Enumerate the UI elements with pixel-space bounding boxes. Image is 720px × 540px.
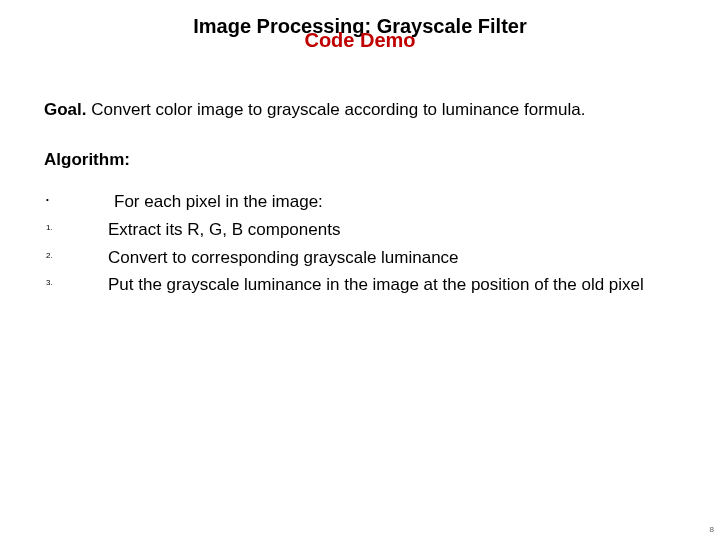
step-text: Convert to corresponding grayscale lumin…: [108, 246, 676, 270]
step-text: Put the grayscale luminance in the image…: [108, 273, 676, 297]
list-item: 2. Convert to corresponding grayscale lu…: [44, 246, 676, 270]
step-number: 1.: [44, 218, 108, 239]
list-item: 1. Extract its R, G, B components: [44, 218, 676, 242]
goal-line: Goal. Convert color image to grayscale a…: [44, 100, 676, 120]
page-number: 8: [710, 525, 714, 534]
goal-text: Convert color image to grayscale accordi…: [87, 100, 586, 119]
step-text: Extract its R, G, B components: [108, 218, 676, 242]
step-number: 3.: [44, 273, 108, 294]
list-item: • For each pixel in the image:: [44, 190, 676, 214]
bullet-icon: •: [44, 190, 108, 211]
title-line-2: Code Demo: [0, 30, 720, 50]
algorithm-steps: • For each pixel in the image: 1. Extrac…: [44, 190, 676, 297]
step-number: 2.: [44, 246, 108, 267]
step-text: For each pixel in the image:: [108, 190, 676, 214]
goal-label: Goal.: [44, 100, 87, 119]
algorithm-label: Algorithm:: [44, 150, 676, 170]
slide-title: Image Processing: Grayscale Filter Code …: [0, 0, 720, 50]
slide: Image Processing: Grayscale Filter Code …: [0, 0, 720, 540]
list-item: 3. Put the grayscale luminance in the im…: [44, 273, 676, 297]
